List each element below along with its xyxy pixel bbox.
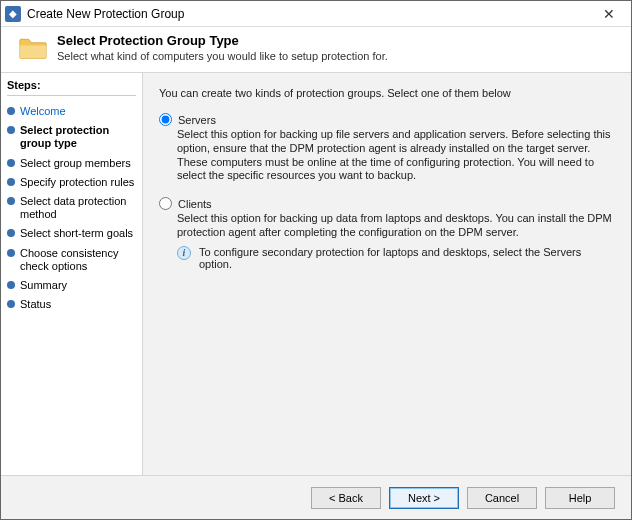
- steps-list: WelcomeSelect protection group typeSelec…: [7, 102, 136, 314]
- sidebar-step-label: Welcome: [20, 105, 66, 118]
- clients-info-text: To configure secondary protection for la…: [199, 246, 615, 270]
- sidebar-step-label: Status: [20, 298, 51, 311]
- page-subtitle: Select what kind of computers you would …: [57, 50, 388, 62]
- radio-servers-label[interactable]: Servers: [178, 114, 216, 126]
- close-icon: ✕: [603, 6, 615, 22]
- sidebar-step-label: Select short-term goals: [20, 227, 133, 240]
- sidebar-step-label: Select data protection method: [20, 195, 136, 221]
- sidebar-step-label: Summary: [20, 279, 67, 292]
- clients-info-row: i To configure secondary protection for …: [177, 246, 615, 270]
- window-title: Create New Protection Group: [27, 7, 589, 21]
- page-title: Select Protection Group Type: [57, 33, 388, 48]
- servers-desc: Select this option for backing up file s…: [177, 128, 615, 183]
- steps-heading: Steps:: [7, 79, 136, 91]
- sidebar-step: Select protection group type: [7, 121, 136, 153]
- bullet-icon: [7, 249, 15, 257]
- bullet-icon: [7, 281, 15, 289]
- close-button[interactable]: ✕: [589, 2, 629, 26]
- titlebar: ◆ Create New Protection Group ✕: [1, 1, 631, 27]
- radio-clients[interactable]: [159, 197, 172, 210]
- sidebar-step: Select group members: [7, 154, 136, 173]
- bullet-icon: [7, 159, 15, 167]
- bullet-icon: [7, 229, 15, 237]
- back-button[interactable]: < Back: [311, 487, 381, 509]
- sidebar-step: Choose consistency check options: [7, 244, 136, 276]
- wizard-window: ◆ Create New Protection Group ✕ Select P…: [0, 0, 632, 520]
- footer: < Back Next > Cancel Help: [1, 475, 631, 519]
- sidebar-step-label: Specify protection rules: [20, 176, 134, 189]
- sidebar-step: Specify protection rules: [7, 173, 136, 192]
- option-servers: Servers Select this option for backing u…: [159, 113, 615, 183]
- cancel-button[interactable]: Cancel: [467, 487, 537, 509]
- info-icon: i: [177, 246, 191, 260]
- sidebar-step-label: Choose consistency check options: [20, 247, 136, 273]
- header: Select Protection Group Type Select what…: [1, 27, 631, 73]
- bullet-icon: [7, 300, 15, 308]
- divider: [7, 95, 136, 96]
- bullet-icon: [7, 107, 15, 115]
- bullet-icon: [7, 126, 15, 134]
- body: Steps: WelcomeSelect protection group ty…: [1, 73, 631, 475]
- sidebar-step: Select short-term goals: [7, 224, 136, 243]
- next-button[interactable]: Next >: [389, 487, 459, 509]
- content-pane: You can create two kinds of protection g…: [143, 73, 631, 475]
- folder-icon: [19, 36, 47, 60]
- sidebar-step: Summary: [7, 276, 136, 295]
- option-clients: Clients Select this option for backing u…: [159, 197, 615, 270]
- sidebar-step-label: Select protection group type: [20, 124, 136, 150]
- sidebar-step-label: Select group members: [20, 157, 131, 170]
- radio-servers[interactable]: [159, 113, 172, 126]
- bullet-icon: [7, 197, 15, 205]
- intro-text: You can create two kinds of protection g…: [159, 87, 615, 99]
- header-text: Select Protection Group Type Select what…: [57, 33, 388, 62]
- radio-clients-label[interactable]: Clients: [178, 198, 212, 210]
- bullet-icon: [7, 178, 15, 186]
- steps-sidebar: Steps: WelcomeSelect protection group ty…: [1, 73, 143, 475]
- help-button[interactable]: Help: [545, 487, 615, 509]
- sidebar-step: Status: [7, 295, 136, 314]
- sidebar-step: Select data protection method: [7, 192, 136, 224]
- sidebar-step[interactable]: Welcome: [7, 102, 136, 121]
- app-icon: ◆: [5, 6, 21, 22]
- clients-desc: Select this option for backing up data f…: [177, 212, 615, 240]
